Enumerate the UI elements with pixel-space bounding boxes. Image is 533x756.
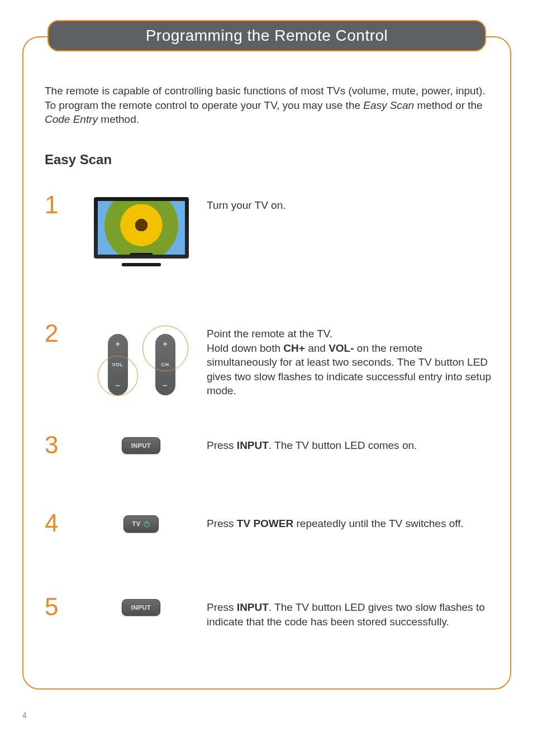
input-label: INPUT: [131, 442, 151, 449]
button-ref: TV POWER: [237, 518, 293, 529]
tv-power-button-icon: TV: [123, 515, 158, 533]
section-heading: Easy Scan: [45, 152, 492, 168]
step-text-line: Hold down both: [207, 342, 283, 354]
highlight-circle-icon: [98, 356, 138, 396]
step-number: 3: [45, 433, 75, 457]
intro-method2: Code Entry: [45, 113, 98, 125]
page-title-bar: Programming the Remote Control: [47, 20, 486, 51]
content-area: The remote is capable of controlling bas…: [45, 84, 492, 667]
tv-icon: [94, 197, 189, 266]
step-text-line: Press: [207, 439, 237, 451]
step-text-line: . The TV button LED comes on.: [269, 439, 417, 451]
intro-text: method.: [98, 113, 139, 125]
intro-method1: Easy Scan: [363, 99, 414, 111]
step-text: Press INPUT. The TV button LED gives two…: [207, 595, 492, 629]
step-illustration: INPUT: [75, 433, 207, 454]
step-text: Turn your TV on.: [207, 193, 492, 213]
step-illustration: [75, 193, 207, 266]
button-ref: VOL-: [329, 342, 354, 354]
input-button-icon: INPUT: [122, 437, 161, 454]
button-ref: INPUT: [237, 601, 269, 613]
intro-paragraph: The remote is capable of controlling bas…: [45, 84, 492, 127]
power-icon: [143, 520, 150, 528]
step-text: Press TV POWER repeatedly until the TV s…: [207, 511, 492, 531]
step-text-line: repeatedly until the TV switches off.: [293, 518, 464, 529]
input-button-icon: INPUT: [122, 599, 161, 616]
plus-icon: +: [115, 339, 120, 348]
steps-list: 1 Turn your TV on. 2 + VOL –: [45, 193, 492, 667]
step-illustration: INPUT: [75, 595, 207, 616]
step-number: 5: [45, 595, 75, 619]
step-illustration: TV: [75, 511, 207, 533]
button-ref: INPUT: [237, 439, 269, 451]
step-text: Point the remote at the TV. Hold down bo…: [207, 321, 492, 398]
step-2: 2 + VOL – + CH –: [45, 321, 492, 433]
step-illustration: + VOL – + CH –: [75, 321, 207, 404]
step-text-line: Press: [207, 601, 237, 613]
step-number: 1: [45, 193, 75, 217]
step-text-line: Point the remote at the TV.: [207, 328, 332, 339]
step-3: 3 INPUT Press INPUT. The TV button LED c…: [45, 433, 492, 511]
input-label: INPUT: [131, 604, 151, 611]
button-ref: CH+: [283, 342, 305, 354]
step-4: 4 TV Press TV POWER repeatedly until the…: [45, 511, 492, 595]
minus-icon: –: [163, 381, 168, 390]
intro-text: method or the: [414, 99, 483, 111]
step-1: 1 Turn your TV on.: [45, 193, 492, 321]
step-number: 2: [45, 321, 75, 346]
step-text-line: and: [305, 342, 329, 354]
highlight-circle-icon: [142, 326, 188, 371]
step-5: 5 INPUT Press INPUT. The TV button LED g…: [45, 595, 492, 667]
tv-label: TV: [132, 520, 140, 527]
step-number: 4: [45, 511, 75, 535]
step-text: Press INPUT. The TV button LED comes on.: [207, 433, 492, 453]
page-title: Programming the Remote Control: [146, 27, 388, 45]
page-number: 4: [22, 711, 27, 720]
step-text-line: Press: [207, 518, 237, 529]
